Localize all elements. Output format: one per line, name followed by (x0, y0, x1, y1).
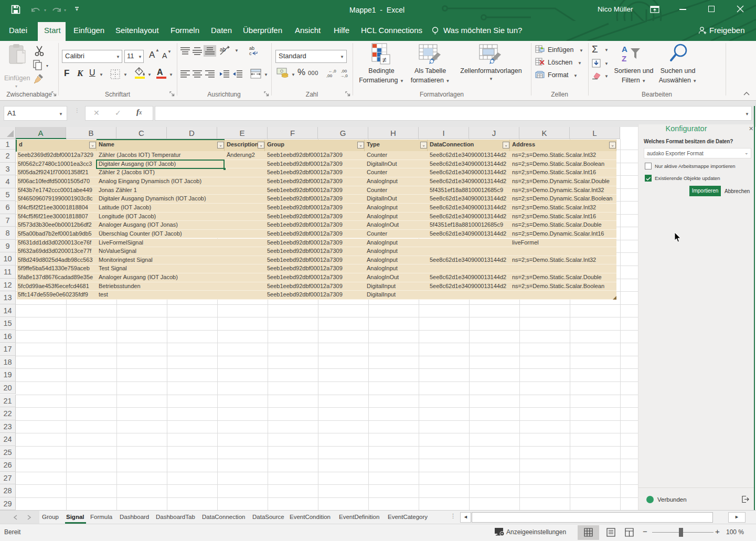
svg-text:,00: ,00 (341, 69, 347, 73)
svg-text:c: c (249, 51, 252, 56)
svg-text:ab: ab (220, 47, 226, 52)
svg-text:Z: Z (622, 54, 626, 63)
svg-text:ab: ab (249, 46, 254, 51)
svg-text:←,0: ←,0 (328, 69, 336, 73)
svg-text:,00: ,00 (326, 73, 333, 78)
svg-text:A: A (622, 45, 627, 54)
svg-text:≠: ≠ (382, 56, 387, 64)
svg-text:→,0: →,0 (340, 73, 348, 78)
